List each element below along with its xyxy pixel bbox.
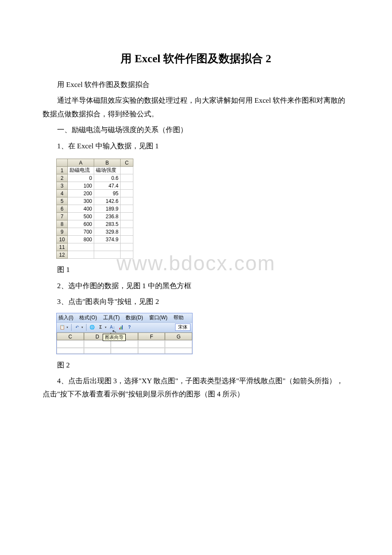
empty-cell: [94, 251, 121, 259]
data-cell: 0.6: [94, 174, 121, 182]
corner-cell: [57, 159, 68, 167]
data-cell: 283.5: [94, 220, 121, 228]
col-header-a: A: [68, 159, 94, 167]
dropdown-arrow-icon[interactable]: ▼: [81, 326, 84, 329]
data-cell: 800: [68, 236, 94, 243]
cell-row: [57, 340, 192, 348]
section-heading-1: 一、励磁电流与磁场强度的关系（作图）: [43, 123, 349, 136]
row-num: 9: [57, 228, 68, 236]
hyperlink-icon[interactable]: 🌐: [88, 324, 96, 331]
figure-1-spreadsheet: A B C 1 励磁电流 磁场强度 200.6 310047.4 420095 …: [56, 159, 133, 259]
empty-cell: [121, 190, 133, 197]
empty-cell: [57, 348, 84, 354]
col-header-c: C: [121, 159, 133, 167]
empty-cell: [111, 348, 138, 354]
data-cell: 142.6: [94, 197, 121, 205]
font-selector[interactable]: 宋体: [175, 324, 190, 331]
help-icon[interactable]: ?: [126, 324, 133, 331]
dropdown-arrow-icon[interactable]: ▼: [104, 326, 107, 329]
data-cell: 200: [68, 190, 94, 197]
empty-cell: [121, 228, 133, 236]
figure-1-caption: 图 1: [43, 263, 349, 276]
col-header-b: B: [94, 159, 121, 167]
empty-cell: [121, 197, 133, 205]
empty-cell: [121, 182, 133, 190]
cell-a1: 励磁电流: [68, 167, 94, 174]
row-num: 2: [57, 174, 68, 182]
data-cell: 329.8: [94, 228, 121, 236]
row-num: 7: [57, 213, 68, 220]
menu-help[interactable]: 帮助: [173, 314, 184, 321]
data-cell: 400: [68, 205, 94, 213]
undo-icon[interactable]: ↶: [73, 324, 81, 331]
data-cell: 0: [68, 174, 94, 182]
data-cell: 300: [68, 197, 94, 205]
empty-cell: [94, 243, 121, 251]
separator: [71, 324, 72, 331]
empty-cell: [121, 243, 133, 251]
col-header: F: [138, 332, 165, 340]
data-cell: 500: [68, 213, 94, 220]
data-cell: 374.9: [94, 236, 121, 243]
autosum-icon[interactable]: Σ: [97, 324, 104, 331]
data-cell: 600: [68, 220, 94, 228]
cell-c1: [121, 167, 133, 174]
menu-insert[interactable]: 插入(I): [58, 314, 73, 321]
empty-cell: [121, 213, 133, 220]
data-cell: 700: [68, 228, 94, 236]
empty-cell: [165, 340, 192, 348]
figure-2-caption: 图 2: [43, 358, 349, 372]
toolbar: 📋 ▼ ↶ ▼ 🌐 Σ ▼ A↓ ? ↖ 图表向导 宋体: [57, 323, 192, 332]
row-num: 11: [57, 243, 68, 251]
empty-cell: [84, 348, 111, 354]
col-header: G: [165, 332, 192, 340]
paragraph-intro-1: 用 Excel 软件作图及数据拟合: [43, 78, 349, 91]
chart-wizard-tooltip: 图表向导: [103, 334, 126, 341]
row-num: 8: [57, 220, 68, 228]
chart-wizard-icon[interactable]: [117, 324, 125, 331]
empty-cell: [68, 243, 94, 251]
figure-2-toolbar: 插入(I) 格式(O) 工具(T) 数据(D) 窗口(W) 帮助 📋 ▼ ↶ ▼…: [56, 313, 193, 354]
empty-cell: [121, 236, 133, 243]
data-cell: 47.4: [94, 182, 121, 190]
data-cell: 189.9: [94, 205, 121, 213]
row-num: 4: [57, 190, 68, 197]
row-num: 6: [57, 205, 68, 213]
row-num: 10: [57, 236, 68, 243]
empty-cell: [138, 348, 165, 354]
empty-cell: [84, 340, 111, 348]
col-header: C: [57, 332, 84, 340]
data-cell: 100: [68, 182, 94, 190]
menu-tools[interactable]: 工具(T): [103, 314, 120, 321]
menu-data[interactable]: 数据(D): [126, 314, 143, 321]
data-cell: 95: [94, 190, 121, 197]
data-cell: 236.8: [94, 213, 121, 220]
cell-row: [57, 348, 192, 354]
empty-cell: [138, 340, 165, 348]
paragraph-intro-2: 通过半导体磁阻效应实验的数据处理过程，向大家讲解如何用 Excel 软件来作图和…: [43, 94, 349, 121]
empty-cell: [68, 251, 94, 259]
step-3: 3、点击"图表向导"按钮，见图 2: [43, 295, 349, 308]
menu-window[interactable]: 窗口(W): [149, 314, 167, 321]
row-num: 5: [57, 197, 68, 205]
empty-cell: [111, 340, 138, 348]
page-title: 用 Excel 软件作图及数据拟合 2: [43, 51, 349, 66]
cell-b1: 磁场强度: [94, 167, 121, 174]
menu-format[interactable]: 格式(O): [79, 314, 97, 321]
empty-cell: [121, 205, 133, 213]
paste-icon[interactable]: 📋: [58, 324, 66, 331]
empty-cell: [121, 220, 133, 228]
row-num: 1: [57, 167, 68, 174]
empty-cell: [121, 251, 133, 259]
empty-cell: [121, 174, 133, 182]
dropdown-arrow-icon[interactable]: ▼: [66, 326, 69, 329]
menubar: 插入(I) 格式(O) 工具(T) 数据(D) 窗口(W) 帮助: [57, 313, 192, 323]
row-num: 3: [57, 182, 68, 190]
step-2: 2、选中作图的数据，见图 1 中的黑色方框: [43, 279, 349, 292]
step-4: 4、点击后出现图 3，选择"XY 散点图"，子图表类型选择"平滑线散点图"（如箭…: [43, 374, 349, 401]
empty-cell: [165, 348, 192, 354]
row-num: 12: [57, 251, 68, 259]
separator: [86, 324, 86, 331]
empty-cell: [57, 340, 84, 348]
step-1: 1、在 Excel 中输入数据，见图 1: [43, 139, 349, 153]
